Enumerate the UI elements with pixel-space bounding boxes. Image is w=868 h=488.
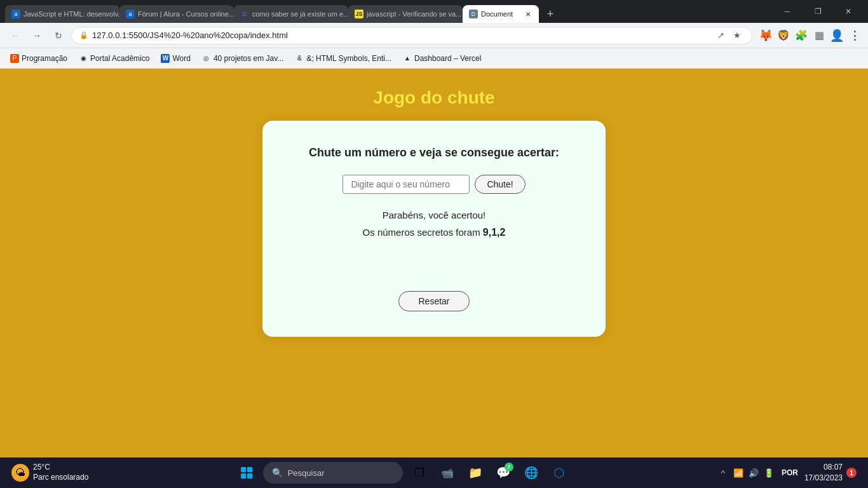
close-button[interactable]: ✕ bbox=[834, 0, 863, 23]
chute-button[interactable]: Chute! bbox=[475, 175, 525, 194]
menu-icon[interactable]: ⋮ bbox=[848, 29, 862, 43]
input-row: Chute! bbox=[342, 175, 525, 194]
bookmark-portal-favicon: ◉ bbox=[79, 54, 88, 63]
bookmark-vercel-favicon: ▲ bbox=[403, 54, 412, 63]
result-line2: Os números secretos foram 9,1,2 bbox=[363, 224, 506, 242]
tab3-label: como saber se já existe um e... bbox=[252, 10, 348, 18]
whatsapp-icon[interactable]: 💬 7 bbox=[492, 461, 515, 484]
lock-icon: 🔒 bbox=[79, 31, 88, 39]
weather-desc: Parc ensolarado bbox=[33, 473, 88, 483]
bookmark-vercel[interactable]: ▲ Dashboard – Vercel bbox=[398, 52, 486, 65]
tray-chevron[interactable]: ^ bbox=[717, 466, 729, 479]
bookmark-40projetos-favicon: ◎ bbox=[202, 54, 211, 63]
result-line1: Parabéns, você acertou! bbox=[363, 207, 506, 224]
weather-icon: 🌤 bbox=[11, 464, 29, 482]
extensions-icon[interactable]: 🦊 bbox=[759, 29, 773, 43]
weather-temp: 25°C bbox=[33, 463, 88, 473]
language-button[interactable]: POR bbox=[779, 467, 801, 478]
weather-text: 25°C Parc ensolarado bbox=[33, 463, 88, 482]
back-button[interactable]: ← bbox=[6, 27, 24, 44]
title-bar: a JavaScript e HTML: desenvolv... ✕ a Fó… bbox=[0, 0, 868, 23]
bookmark-40projetos[interactable]: ◎ 40 projetos em Jav... bbox=[197, 52, 289, 65]
tab5-close[interactable]: ✕ bbox=[524, 10, 532, 18]
address-text: 127.0.0.1:5500/JS4%20-%20ano%20copa/inde… bbox=[92, 30, 710, 40]
bookmark-programacao-label: Programação bbox=[22, 54, 67, 63]
bookmark-html-symbols[interactable]: & &; HTML Symbols, Enti... bbox=[290, 52, 397, 65]
clock-time: 08:07 bbox=[804, 462, 843, 473]
search-icon: 🔍 bbox=[272, 468, 283, 478]
page-title: Jogo do chute bbox=[373, 88, 494, 108]
tab-js-html[interactable]: a JavaScript e HTML: desenvolv... ✕ bbox=[5, 5, 119, 23]
tab2-favicon: a bbox=[126, 10, 135, 18]
tab5-label: Document bbox=[481, 10, 513, 18]
sidebar-icon[interactable]: ▦ bbox=[812, 29, 826, 43]
bookmarks-bar: P Programação ◉ Portal Acadêmico W Word … bbox=[0, 48, 868, 69]
bookmark-programacao[interactable]: P Programação bbox=[5, 52, 72, 65]
reset-button[interactable]: Resetar bbox=[398, 291, 469, 311]
bookmark-programacao-favicon: P bbox=[10, 54, 19, 63]
profile-icon[interactable]: 👤 bbox=[830, 29, 844, 43]
tab4-label: javascript - Verificando se va... bbox=[367, 10, 461, 18]
weather-widget[interactable]: 🌤 25°C Parc ensolarado bbox=[6, 463, 93, 482]
taskbar-left: 🌤 25°C Parc ensolarado bbox=[6, 463, 93, 482]
result-line2-prefix: Os números secretos foram bbox=[363, 227, 483, 238]
tab-google[interactable]: G como saber se já existe um e... ✕ bbox=[234, 5, 348, 23]
tab-document[interactable]: D Document ✕ bbox=[463, 5, 539, 23]
taskbar: 🌤 25°C Parc ensolarado 🔍 Pesquisar bbox=[0, 458, 868, 488]
result-text: Parabéns, você acertou! Os números secre… bbox=[363, 207, 506, 242]
reload-button[interactable]: ↻ bbox=[50, 27, 67, 44]
search-bar[interactable]: 🔍 Pesquisar bbox=[263, 462, 403, 484]
bookmark-html-symbols-favicon: & bbox=[295, 54, 304, 63]
tabs-row: a JavaScript e HTML: desenvolv... ✕ a Fó… bbox=[5, 0, 773, 23]
restore-button[interactable]: ❐ bbox=[803, 0, 832, 23]
battery-icon[interactable]: 🔋 bbox=[763, 466, 775, 479]
notification-badge[interactable]: 1 bbox=[846, 468, 857, 478]
windows-icon bbox=[241, 467, 252, 478]
tab-js-verificando[interactable]: JS javascript - Verificando se va... ✕ bbox=[348, 5, 463, 23]
tab1-label: JavaScript e HTML: desenvolv... bbox=[24, 10, 119, 18]
bookmark-portal[interactable]: ◉ Portal Acadêmico bbox=[74, 52, 154, 65]
bookmark-word-favicon: W bbox=[161, 54, 170, 63]
bookmark-star-icon[interactable]: ★ bbox=[730, 29, 744, 43]
tab3-favicon: G bbox=[240, 10, 249, 18]
bookmark-portal-label: Portal Acadêmico bbox=[90, 54, 149, 63]
vscode-icon[interactable]: ⬡ bbox=[548, 461, 571, 484]
tab1-favicon: a bbox=[11, 10, 20, 18]
meet-icon[interactable]: 📹 bbox=[436, 461, 459, 484]
clock[interactable]: 08:07 17/03/2023 bbox=[804, 462, 843, 484]
number-input[interactable] bbox=[342, 175, 470, 194]
tab-forum-alura[interactable]: a Fórum | Alura - Cursos online... ✕ bbox=[119, 5, 234, 23]
game-card: Chute um número e veja se consegue acert… bbox=[262, 121, 606, 337]
network-icon[interactable]: 📶 bbox=[732, 466, 745, 479]
volume-icon[interactable]: 🔊 bbox=[747, 466, 760, 479]
tab4-favicon: JS bbox=[355, 10, 363, 18]
bookmark-word[interactable]: W Word bbox=[156, 52, 195, 65]
share-icon[interactable]: ↗ bbox=[714, 29, 728, 43]
tab2-label: Fórum | Alura - Cursos online... bbox=[138, 10, 234, 18]
task-view-button[interactable]: ❐ bbox=[408, 461, 431, 484]
bookmark-word-label: Word bbox=[172, 54, 190, 63]
page-content: Jogo do chute Chute um número e veja se … bbox=[0, 69, 868, 458]
address-bar-row: ← → ↻ 🔒 127.0.0.1:5500/JS4%20-%20ano%20c… bbox=[0, 23, 868, 48]
address-icons: ↗ ★ bbox=[714, 29, 744, 43]
brave-icon[interactable]: 🦁 bbox=[776, 29, 790, 43]
file-explorer-icon[interactable]: 📁 bbox=[464, 461, 487, 484]
puzzle-icon[interactable]: 🧩 bbox=[794, 29, 808, 43]
taskbar-center: 🔍 Pesquisar ❐ 📹 📁 💬 7 🌐 ⬡ bbox=[93, 461, 712, 484]
start-button[interactable] bbox=[235, 461, 258, 484]
address-box[interactable]: 🔒 127.0.0.1:5500/JS4%20-%20ano%20copa/in… bbox=[71, 27, 752, 44]
window-controls: ─ ❐ ✕ bbox=[773, 0, 863, 23]
chrome-icon[interactable]: 🌐 bbox=[520, 461, 543, 484]
search-placeholder: Pesquisar bbox=[288, 468, 325, 478]
bookmark-html-symbols-label: &; HTML Symbols, Enti... bbox=[306, 54, 391, 63]
forward-button[interactable]: → bbox=[28, 27, 46, 44]
minimize-button[interactable]: ─ bbox=[773, 0, 802, 23]
result-numbers: 9,1,2 bbox=[483, 227, 506, 238]
bookmark-vercel-label: Dashboard – Vercel bbox=[414, 54, 481, 63]
clock-date: 17/03/2023 bbox=[804, 473, 843, 484]
tab5-favicon: D bbox=[469, 10, 478, 18]
new-tab-button[interactable]: + bbox=[541, 5, 559, 23]
card-subtitle: Chute um número e veja se consegue acert… bbox=[309, 146, 559, 159]
taskbar-right: ^ 📶 🔊 🔋 POR 08:07 17/03/2023 1 bbox=[712, 462, 862, 484]
bookmark-40projetos-label: 40 projetos em Jav... bbox=[214, 54, 284, 63]
